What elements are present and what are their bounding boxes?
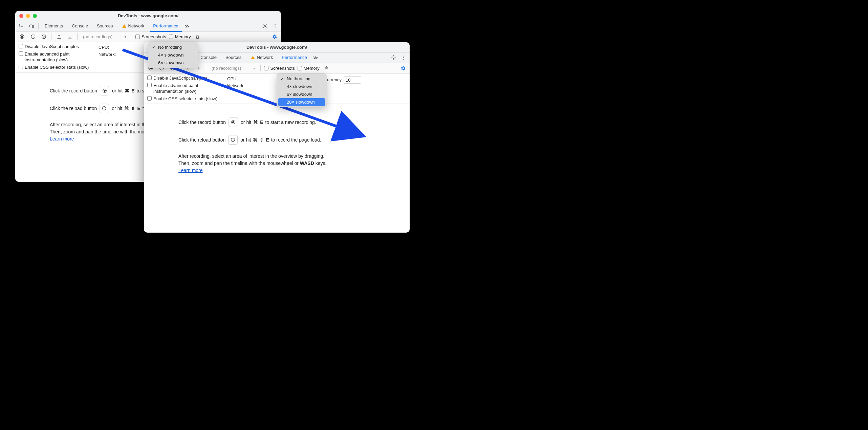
divider xyxy=(260,65,261,71)
tab-network[interactable]: Network xyxy=(247,52,277,63)
learn-more-link[interactable]: Learn more xyxy=(178,168,203,173)
cpu-label: CPU: xyxy=(227,76,238,81)
advanced-paint-checkbox[interactable]: Enable advanced paint instrumentation (s… xyxy=(147,83,221,94)
chevron-down-icon: ▾ xyxy=(125,35,126,39)
disable-js-samples-checkbox[interactable]: Disable JavaScript samples xyxy=(147,76,221,81)
reload-button-inline[interactable] xyxy=(228,135,238,145)
kebab-menu-icon[interactable] xyxy=(271,22,279,30)
svg-point-11 xyxy=(104,90,106,92)
recordings-placeholder: (no recordings) xyxy=(83,34,112,39)
memory-checkbox[interactable]: Memory xyxy=(169,34,191,39)
svg-point-5 xyxy=(275,26,275,26)
screenshots-checkbox[interactable]: Screenshots xyxy=(135,34,166,39)
reload-hint: Click the reload button or hit ⌘⇧E to re… xyxy=(178,135,399,145)
tab-performance[interactable]: Performance xyxy=(278,52,310,63)
divider xyxy=(77,33,78,40)
tabs-row: Elements Console Sources Network Perform… xyxy=(15,21,281,31)
css-selector-stats-checkbox[interactable]: Enable CSS selector stats (slow) xyxy=(19,65,92,70)
devtools-window-after: DevTools - www.google.com/ Elements Cons… xyxy=(144,42,410,233)
svg-point-4 xyxy=(275,24,275,25)
tab-network[interactable]: Network xyxy=(118,21,148,31)
cpu-menu-4x[interactable]: 4× slowdown xyxy=(278,83,325,90)
tab-console[interactable]: Console xyxy=(68,21,91,31)
warning-icon xyxy=(251,55,255,60)
more-tabs-icon[interactable]: ≫ xyxy=(312,53,319,62)
tab-network-label: Network xyxy=(128,21,145,31)
reload-button[interactable] xyxy=(29,33,37,41)
close-icon[interactable] xyxy=(19,14,23,18)
tab-elements[interactable]: Elements xyxy=(41,21,66,31)
performance-landing: Click the record button or hit ⌘E to sta… xyxy=(144,104,410,184)
window-title: DevTools - www.google.com/ xyxy=(15,13,281,18)
traffic-lights xyxy=(19,14,37,18)
svg-point-3 xyxy=(264,25,265,27)
download-profile-icon[interactable] xyxy=(66,33,74,41)
collect-garbage-icon[interactable] xyxy=(322,64,330,72)
device-mode-icon[interactable] xyxy=(27,22,36,30)
settings-icon[interactable] xyxy=(389,53,397,62)
css-selector-stats-checkbox[interactable]: Enable CSS selector stats (slow) xyxy=(147,96,221,102)
network-label: Network: xyxy=(227,83,244,88)
svg-rect-1 xyxy=(29,25,32,27)
titlebar[interactable]: DevTools - www.google.com/ xyxy=(15,11,281,21)
zoom-icon[interactable] xyxy=(33,14,37,18)
capture-settings-toggle[interactable] xyxy=(270,33,278,41)
svg-point-6 xyxy=(275,27,275,28)
tab-network-label: Network xyxy=(257,52,273,63)
advanced-paint-checkbox[interactable]: Enable advanced paint instrumentation (s… xyxy=(19,51,92,63)
after-recording-hint: After recording, select an area of inter… xyxy=(178,153,399,174)
svg-point-16 xyxy=(403,56,404,56)
performance-toolbar: (no recordings) ▾ Screenshots Memory xyxy=(15,31,281,42)
collect-garbage-icon[interactable] xyxy=(194,33,202,41)
upload-profile-icon[interactable] xyxy=(55,33,63,41)
cpu-menu-no-throttling[interactable]: ✓No throttling xyxy=(149,43,197,51)
svg-point-18 xyxy=(403,59,404,60)
memory-checkbox[interactable]: Memory xyxy=(298,66,320,71)
record-hint: Click the record button or hit ⌘E to sta… xyxy=(178,117,399,127)
svg-point-23 xyxy=(232,121,234,123)
divider xyxy=(206,65,206,71)
hardware-concurrency-input[interactable] xyxy=(344,76,361,84)
record-button-inline[interactable] xyxy=(229,117,238,127)
more-tabs-icon[interactable]: ≫ xyxy=(184,22,191,30)
cpu-throttle-menu[interactable]: ✓No throttling 4× slowdown 6× slowdown xyxy=(148,42,198,68)
reload-button-inline[interactable] xyxy=(100,104,109,113)
svg-point-8 xyxy=(21,36,23,38)
cpu-menu-20x[interactable]: 20× slowdown xyxy=(278,98,325,106)
cpu-menu-6x[interactable]: 6× slowdown xyxy=(278,90,325,98)
kebab-menu-icon[interactable] xyxy=(399,53,408,62)
svg-point-17 xyxy=(403,57,404,58)
tab-sources[interactable]: Sources xyxy=(222,52,245,63)
screenshots-checkbox[interactable]: Screenshots xyxy=(264,66,295,71)
tab-console[interactable]: Console xyxy=(197,52,220,63)
cpu-throttle-menu[interactable]: ✓No throttling 4× slowdown 6× slowdown 2… xyxy=(277,73,327,107)
divider xyxy=(38,23,39,29)
clear-button[interactable] xyxy=(40,33,48,41)
tab-sources[interactable]: Sources xyxy=(93,21,116,31)
settings-icon[interactable] xyxy=(261,22,269,30)
cpu-label: CPU: xyxy=(99,45,109,50)
divider xyxy=(51,33,51,40)
minimize-icon[interactable] xyxy=(26,14,30,18)
divider xyxy=(132,33,132,40)
record-button[interactable] xyxy=(18,33,26,41)
tab-performance[interactable]: Performance xyxy=(150,21,181,32)
inspect-icon[interactable] xyxy=(17,22,25,30)
capture-settings-toggle[interactable] xyxy=(399,64,407,72)
cpu-menu-6x[interactable]: 6× slowdown xyxy=(149,59,197,67)
cpu-menu-no-throttling[interactable]: ✓No throttling xyxy=(278,75,325,83)
record-button-inline[interactable] xyxy=(100,86,109,95)
cpu-menu-4x[interactable]: 4× slowdown xyxy=(149,51,197,59)
recordings-dropdown[interactable]: (no recordings) ▾ xyxy=(81,34,128,39)
capture-settings-panel: Disable JavaScript samples Enable advanc… xyxy=(144,73,410,104)
network-label: Network: xyxy=(99,52,116,57)
warning-icon xyxy=(122,24,127,28)
recordings-placeholder: (no recordings) xyxy=(212,66,241,71)
disable-js-samples-checkbox[interactable]: Disable JavaScript samples xyxy=(19,44,92,49)
svg-point-15 xyxy=(393,57,394,58)
learn-more-link[interactable]: Learn more xyxy=(50,136,74,142)
recordings-dropdown[interactable]: (no recordings) ▾ xyxy=(210,66,257,71)
chevron-down-icon: ▾ xyxy=(253,66,255,70)
